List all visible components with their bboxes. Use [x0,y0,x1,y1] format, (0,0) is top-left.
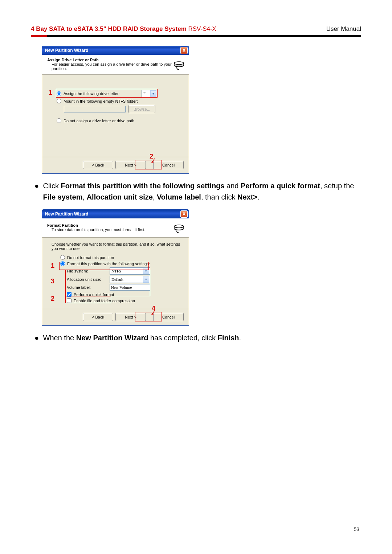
quick-format-checkbox[interactable] [67,292,72,297]
compression-label: Enable file and folder compression [74,299,135,303]
back-button[interactable]: < Back [83,313,113,321]
file-system-select[interactable]: NTFS ▾ [110,267,150,275]
svg-point-0 [174,62,184,65]
svg-point-1 [174,225,184,228]
titlebar-text: New Partition Wizard [45,212,88,217]
disk-icon [173,221,185,234]
drive-letter-value: F [143,91,146,96]
radio-format-input[interactable] [60,261,65,266]
radio-none-input[interactable] [57,118,61,123]
radio-assign-letter[interactable]: Assign the following drive letter: F ▾ [57,90,182,97]
page-number: 53 [354,526,359,532]
chevron-down-icon: ▾ [150,90,156,97]
radio-no-assign[interactable]: Do not assign a drive letter or drive pa… [57,118,182,123]
dialog-format-partition: New Partition Wizard X Format Partition … [42,209,189,326]
header-title-bold: 4 Bay SATA to eSATA 3.5" HDD RAID Storag… [31,25,187,32]
close-icon: X [183,212,185,217]
format-intro-text: Choose whether you want to format this p… [52,242,182,251]
annotation-number-1: 1 [51,262,54,270]
dialog-head-sub: To store data on this partition, you mus… [52,227,146,232]
dialog-footer: < Back Next > Cancel 4 [42,309,189,325]
radio-noformat-input[interactable] [60,255,65,260]
close-button[interactable]: X [180,47,188,54]
instruction-paragraph-1: ● Click Format this partition with the f… [34,180,361,203]
radio-format-label: Format this partition with the following… [67,262,150,266]
page-header: 4 Bay SATA to eSATA 3.5" HDD RAID Storag… [31,25,361,33]
checkbox-quick-format[interactable]: Perform a quick format [67,292,182,297]
back-button[interactable]: < Back [83,161,113,169]
allocation-unit-value: Default [111,277,123,282]
cancel-button[interactable]: Cancel [153,161,184,169]
dialog-footer: < Back Next > Cancel 2 [42,157,189,173]
annotation-arrow-icon [150,310,157,316]
radio-mount-label: Mount in the following empty NTFS folder… [64,99,138,103]
chevron-down-icon: ▾ [143,276,149,283]
compression-checkbox[interactable] [67,298,72,303]
annotation-number-1: 1 [49,89,52,97]
browse-button: Browse... [128,105,155,113]
radio-none-label: Do not assign a drive letter or drive pa… [64,119,134,123]
drive-letter-select[interactable]: F ▾ [142,90,158,97]
cancel-button[interactable]: Cancel [153,313,184,321]
titlebar-text: New Partition Wizard [45,48,88,53]
next-button[interactable]: Next > [115,313,146,321]
label-allocation-unit: Allocation unit size: [67,277,107,282]
mount-path-input [64,106,126,112]
radio-assign-label: Assign the following drive letter: [64,91,120,96]
annotation-number-3: 3 [51,278,54,285]
radio-mount-input[interactable] [57,99,61,103]
titlebar[interactable]: New Partition Wizard X [42,46,189,55]
chevron-down-icon: ▾ [143,268,149,274]
dialog-assign-drive-letter: New Partition Wizard X Assign Drive Lett… [42,46,189,174]
volume-label-input[interactable] [110,284,150,291]
next-button[interactable]: Next > [115,161,146,169]
label-file-system: File system: [67,269,107,273]
radio-format-settings[interactable]: Format this partition with the following… [60,261,182,266]
close-button[interactable]: X [180,210,188,218]
dialog-head-sub: For easier access, you can assign a driv… [52,62,173,71]
header-right: User Manual [326,25,361,33]
label-volume-label: Volume label: [67,285,107,290]
allocation-unit-select[interactable]: Default ▾ [110,276,150,283]
annotation-arrow-icon [150,158,157,164]
close-icon: X [183,48,185,53]
titlebar[interactable]: New Partition Wizard X [42,210,189,218]
dialog-header: Assign Drive Letter or Path For easier a… [42,55,189,75]
quick-format-label: Perform a quick format [74,292,114,297]
disk-icon [173,58,185,70]
header-title-model: RSV-S4-X [187,25,216,32]
radio-mount-folder[interactable]: Mount in the following empty NTFS folder… [57,99,182,103]
file-system-value: NTFS [111,269,121,273]
dialog-head-title: Format Partition [47,223,146,227]
dialog-head-title: Assign Drive Letter or Path [47,58,173,62]
checkbox-compression[interactable]: Enable file and folder compression [67,298,182,303]
annotation-number-2: 2 [51,295,54,303]
header-rule [31,35,361,37]
radio-assign-input[interactable] [57,91,61,96]
instruction-paragraph-2: ● When the New Partition Wizard has comp… [34,332,361,344]
radio-noformat-label: Do not format this partition [67,255,114,260]
dialog-header: Format Partition To store data on this p… [42,218,189,238]
radio-no-format[interactable]: Do not format this partition [60,255,182,260]
